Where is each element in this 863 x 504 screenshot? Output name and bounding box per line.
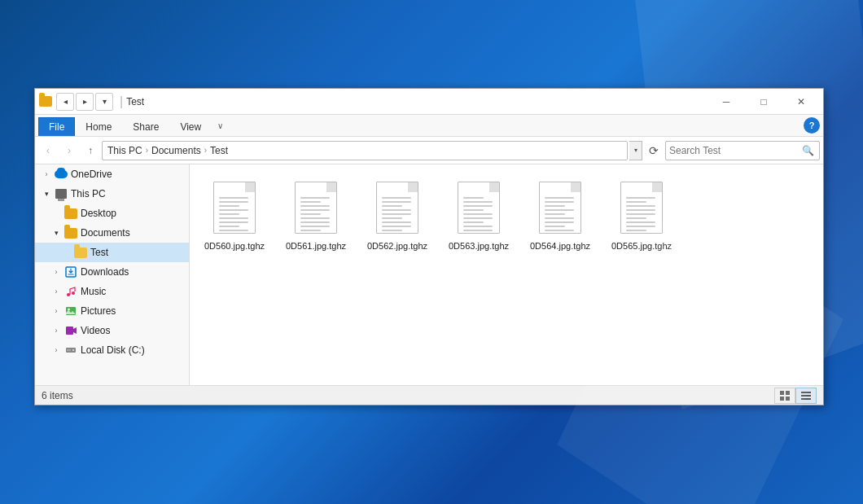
doc-line xyxy=(219,226,239,227)
sidebar-label-music: Music xyxy=(81,286,106,297)
view-large-icons-button[interactable] xyxy=(774,388,795,404)
file-item-0d562[interactable]: 0D562.jpg.tghz xyxy=(361,173,434,257)
file-item-0d565[interactable]: 0D565.jpg.tghz xyxy=(605,173,678,257)
large-icons-svg xyxy=(779,390,791,401)
search-input[interactable] xyxy=(669,145,799,156)
refresh-button[interactable]: ⟳ xyxy=(644,141,664,160)
tab-share[interactable]: Share xyxy=(122,117,169,136)
doc-line xyxy=(545,205,565,207)
sidebar-item-thispc[interactable]: ▾ This PC xyxy=(35,184,189,204)
sidebar-label-pictures: Pictures xyxy=(81,305,116,317)
doc-line xyxy=(626,221,655,223)
doc-line xyxy=(545,209,574,211)
file-icon-0d565 xyxy=(617,178,666,237)
pictures-icon xyxy=(64,305,77,318)
desktop-icon xyxy=(64,207,77,220)
doc-line xyxy=(545,201,574,203)
quick-access-dropdown-button[interactable]: ▾ xyxy=(95,93,113,111)
minimize-button[interactable]: ─ xyxy=(707,89,745,115)
music-icon xyxy=(64,285,77,298)
doc-shape xyxy=(295,182,337,234)
file-item-0d561[interactable]: 0D561.jpg.tghz xyxy=(279,173,353,257)
file-icon-0d563 xyxy=(454,178,503,237)
doc-line xyxy=(626,213,655,215)
doc-line xyxy=(300,209,330,211)
file-item-0d560[interactable]: 0D560.jpg.tghz xyxy=(198,173,271,257)
nav-forward-button[interactable]: › xyxy=(59,141,79,160)
doc-line xyxy=(626,201,646,203)
path-part-test: Test xyxy=(210,145,228,156)
sidebar-item-documents[interactable]: ▾ Documents xyxy=(35,223,189,243)
svg-point-2 xyxy=(72,291,75,295)
doc-line xyxy=(626,226,655,227)
nav-up-button[interactable]: ↑ xyxy=(81,141,100,160)
doc-line xyxy=(382,226,411,227)
file-icon-0d561 xyxy=(291,178,340,237)
file-label-0d565: 0D565.jpg.tghz xyxy=(611,240,672,252)
doc-line xyxy=(382,230,402,231)
doc-line xyxy=(219,217,248,219)
window-folder-icon xyxy=(38,94,53,109)
doc-line xyxy=(300,213,321,215)
file-label-0d561: 0D561.jpg.tghz xyxy=(286,240,346,252)
doc-shape xyxy=(458,182,500,234)
sidebar-item-desktop[interactable]: Desktop xyxy=(35,204,189,223)
doc-line xyxy=(300,217,330,219)
doc-line xyxy=(463,230,493,231)
file-explorer-window: ◂ ▸ ▾ | Test ─ □ ✕ File Home Share View … xyxy=(34,88,824,405)
doc-line xyxy=(545,197,574,199)
address-dropdown-button[interactable]: ▾ xyxy=(629,141,642,160)
doc-shape xyxy=(539,182,581,234)
sidebar-item-pictures[interactable]: › Pictures xyxy=(35,301,189,321)
doc-line xyxy=(219,230,248,231)
file-item-0d564[interactable]: 0D564.jpg.tghz xyxy=(523,173,597,257)
address-path[interactable]: This PC › Documents › Test xyxy=(102,141,628,160)
expand-arrow-videos: › xyxy=(51,326,61,335)
sidebar-label-onedrive: OneDrive xyxy=(71,169,112,180)
ribbon-expand-icon[interactable]: ∨ xyxy=(212,117,228,134)
doc-lines xyxy=(382,197,411,231)
view-buttons xyxy=(774,388,817,404)
doc-line xyxy=(545,230,574,231)
tab-file[interactable]: File xyxy=(38,117,75,136)
downloads-icon xyxy=(64,265,77,278)
tab-view[interactable]: View xyxy=(169,117,212,136)
status-bar: 6 items xyxy=(35,385,823,405)
documents-icon xyxy=(64,226,77,239)
ribbon-help-button[interactable]: ? xyxy=(804,117,820,134)
nav-back-button[interactable]: ‹ xyxy=(38,141,58,160)
file-grid: 0D560.jpg.tghz xyxy=(198,173,815,257)
search-button[interactable]: 🔍 xyxy=(799,142,816,159)
doc-line xyxy=(626,209,655,211)
quick-access-forward-button[interactable]: ▸ xyxy=(76,93,94,111)
doc-line xyxy=(219,213,239,215)
doc-line xyxy=(382,221,411,223)
sidebar-item-downloads[interactable]: › Downloads xyxy=(35,262,189,282)
sidebar-item-music[interactable]: › Music xyxy=(35,282,189,301)
doc-line xyxy=(626,197,655,199)
sidebar-item-videos[interactable]: › Videos xyxy=(35,321,189,340)
doc-lines xyxy=(463,197,493,231)
expand-arrow-desktop xyxy=(51,208,61,218)
doc-line xyxy=(382,201,411,203)
doc-shape xyxy=(213,182,256,234)
path-arrow-2: › xyxy=(204,146,207,155)
doc-line xyxy=(626,217,646,219)
doc-line xyxy=(545,226,565,227)
doc-lines xyxy=(300,197,330,231)
window-controls: ─ □ ✕ xyxy=(707,89,820,115)
tab-home[interactable]: Home xyxy=(75,117,122,136)
ribbon-tabs: File Home Share View ∨ ? xyxy=(35,115,823,136)
path-segment: This PC › Documents › Test xyxy=(107,145,228,156)
sidebar-item-onedrive[interactable]: › OneDrive xyxy=(35,164,189,184)
doc-line xyxy=(626,205,655,207)
sidebar-item-localdisk[interactable]: › Local Disk (C:) xyxy=(35,340,189,360)
close-button[interactable]: ✕ xyxy=(782,89,820,115)
sidebar-item-test[interactable]: Test xyxy=(35,243,189,262)
file-item-0d563[interactable]: 0D563.jpg.tghz xyxy=(442,173,515,257)
sidebar-label-thispc: This PC xyxy=(71,188,106,199)
maximize-button[interactable]: □ xyxy=(745,89,782,115)
doc-line xyxy=(219,209,248,211)
view-details-button[interactable] xyxy=(795,388,817,404)
quick-access-back-button[interactable]: ◂ xyxy=(56,93,74,111)
